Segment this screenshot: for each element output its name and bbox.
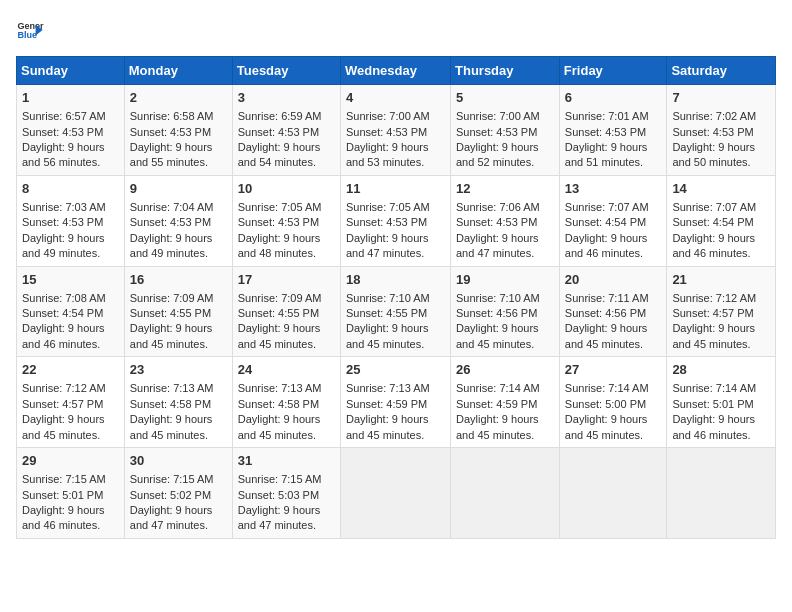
daylight-info: Daylight: 9 hours: [672, 232, 755, 244]
sunset-info: Sunset: 4:53 PM: [565, 126, 646, 138]
day-number: 30: [130, 452, 227, 470]
calendar-cell: 13Sunrise: 7:07 AMSunset: 4:54 PMDayligh…: [559, 175, 667, 266]
daylight-minutes: and 45 minutes.: [130, 338, 208, 350]
sunset-info: Sunset: 4:58 PM: [238, 398, 319, 410]
logo-icon: General Blue: [16, 16, 44, 44]
calendar-header-tuesday: Tuesday: [232, 57, 340, 85]
calendar-header-monday: Monday: [124, 57, 232, 85]
sunrise-info: Sunrise: 7:15 AM: [22, 473, 106, 485]
daylight-info: Daylight: 9 hours: [130, 504, 213, 516]
day-number: 10: [238, 180, 335, 198]
day-number: 5: [456, 89, 554, 107]
sunset-info: Sunset: 4:56 PM: [565, 307, 646, 319]
sunset-info: Sunset: 4:57 PM: [672, 307, 753, 319]
calendar-cell: 1Sunrise: 6:57 AMSunset: 4:53 PMDaylight…: [17, 85, 125, 176]
calendar-week-row: 29Sunrise: 7:15 AMSunset: 5:01 PMDayligh…: [17, 448, 776, 539]
calendar-week-row: 8Sunrise: 7:03 AMSunset: 4:53 PMDaylight…: [17, 175, 776, 266]
sunrise-info: Sunrise: 7:12 AM: [672, 292, 756, 304]
daylight-info: Daylight: 9 hours: [346, 141, 429, 153]
daylight-minutes: and 45 minutes.: [456, 429, 534, 441]
daylight-info: Daylight: 9 hours: [238, 322, 321, 334]
daylight-info: Daylight: 9 hours: [22, 141, 105, 153]
daylight-minutes: and 45 minutes.: [238, 429, 316, 441]
sunset-info: Sunset: 5:02 PM: [130, 489, 211, 501]
day-number: 21: [672, 271, 770, 289]
sunrise-info: Sunrise: 7:13 AM: [346, 382, 430, 394]
daylight-info: Daylight: 9 hours: [672, 141, 755, 153]
sunset-info: Sunset: 5:00 PM: [565, 398, 646, 410]
day-number: 14: [672, 180, 770, 198]
daylight-info: Daylight: 9 hours: [130, 232, 213, 244]
calendar-body: 1Sunrise: 6:57 AMSunset: 4:53 PMDaylight…: [17, 85, 776, 539]
calendar-cell: 20Sunrise: 7:11 AMSunset: 4:56 PMDayligh…: [559, 266, 667, 357]
calendar-cell: 29Sunrise: 7:15 AMSunset: 5:01 PMDayligh…: [17, 448, 125, 539]
daylight-info: Daylight: 9 hours: [456, 232, 539, 244]
logo: General Blue: [16, 16, 44, 44]
sunrise-info: Sunrise: 7:10 AM: [456, 292, 540, 304]
day-number: 16: [130, 271, 227, 289]
daylight-info: Daylight: 9 hours: [672, 413, 755, 425]
sunrise-info: Sunrise: 7:00 AM: [456, 110, 540, 122]
daylight-minutes: and 47 minutes.: [346, 247, 424, 259]
calendar-cell: 17Sunrise: 7:09 AMSunset: 4:55 PMDayligh…: [232, 266, 340, 357]
sunrise-info: Sunrise: 7:05 AM: [346, 201, 430, 213]
daylight-info: Daylight: 9 hours: [130, 413, 213, 425]
sunset-info: Sunset: 4:53 PM: [456, 216, 537, 228]
sunrise-info: Sunrise: 7:07 AM: [672, 201, 756, 213]
sunset-info: Sunset: 5:01 PM: [672, 398, 753, 410]
daylight-minutes: and 46 minutes.: [672, 247, 750, 259]
daylight-minutes: and 53 minutes.: [346, 156, 424, 168]
sunrise-info: Sunrise: 7:03 AM: [22, 201, 106, 213]
sunset-info: Sunset: 4:53 PM: [238, 126, 319, 138]
calendar-header-sunday: Sunday: [17, 57, 125, 85]
sunset-info: Sunset: 4:59 PM: [346, 398, 427, 410]
sunrise-info: Sunrise: 7:09 AM: [130, 292, 214, 304]
daylight-minutes: and 45 minutes.: [346, 338, 424, 350]
day-number: 27: [565, 361, 662, 379]
daylight-minutes: and 45 minutes.: [456, 338, 534, 350]
calendar-cell: 8Sunrise: 7:03 AMSunset: 4:53 PMDaylight…: [17, 175, 125, 266]
calendar-cell: 27Sunrise: 7:14 AMSunset: 5:00 PMDayligh…: [559, 357, 667, 448]
day-number: 3: [238, 89, 335, 107]
daylight-info: Daylight: 9 hours: [565, 232, 648, 244]
daylight-minutes: and 56 minutes.: [22, 156, 100, 168]
sunrise-info: Sunrise: 7:05 AM: [238, 201, 322, 213]
calendar-cell: 23Sunrise: 7:13 AMSunset: 4:58 PMDayligh…: [124, 357, 232, 448]
calendar-header-saturday: Saturday: [667, 57, 776, 85]
calendar-cell: 11Sunrise: 7:05 AMSunset: 4:53 PMDayligh…: [340, 175, 450, 266]
sunrise-info: Sunrise: 7:10 AM: [346, 292, 430, 304]
daylight-minutes: and 48 minutes.: [238, 247, 316, 259]
daylight-info: Daylight: 9 hours: [456, 413, 539, 425]
calendar-cell: 24Sunrise: 7:13 AMSunset: 4:58 PMDayligh…: [232, 357, 340, 448]
daylight-minutes: and 45 minutes.: [238, 338, 316, 350]
daylight-info: Daylight: 9 hours: [238, 413, 321, 425]
daylight-minutes: and 49 minutes.: [130, 247, 208, 259]
sunrise-info: Sunrise: 6:58 AM: [130, 110, 214, 122]
sunset-info: Sunset: 4:54 PM: [22, 307, 103, 319]
day-number: 28: [672, 361, 770, 379]
daylight-minutes: and 52 minutes.: [456, 156, 534, 168]
day-number: 20: [565, 271, 662, 289]
daylight-info: Daylight: 9 hours: [22, 322, 105, 334]
daylight-minutes: and 45 minutes.: [565, 338, 643, 350]
svg-text:Blue: Blue: [17, 30, 37, 40]
sunset-info: Sunset: 4:56 PM: [456, 307, 537, 319]
calendar-week-row: 1Sunrise: 6:57 AMSunset: 4:53 PMDaylight…: [17, 85, 776, 176]
sunset-info: Sunset: 4:53 PM: [346, 216, 427, 228]
sunrise-info: Sunrise: 7:15 AM: [130, 473, 214, 485]
daylight-minutes: and 51 minutes.: [565, 156, 643, 168]
sunset-info: Sunset: 4:54 PM: [672, 216, 753, 228]
daylight-info: Daylight: 9 hours: [130, 141, 213, 153]
daylight-info: Daylight: 9 hours: [456, 322, 539, 334]
sunset-info: Sunset: 4:53 PM: [130, 216, 211, 228]
calendar-header-wednesday: Wednesday: [340, 57, 450, 85]
daylight-minutes: and 45 minutes.: [565, 429, 643, 441]
daylight-info: Daylight: 9 hours: [238, 232, 321, 244]
calendar-cell: 26Sunrise: 7:14 AMSunset: 4:59 PMDayligh…: [451, 357, 560, 448]
sunset-info: Sunset: 4:53 PM: [130, 126, 211, 138]
day-number: 26: [456, 361, 554, 379]
daylight-minutes: and 45 minutes.: [672, 338, 750, 350]
sunrise-info: Sunrise: 7:12 AM: [22, 382, 106, 394]
daylight-info: Daylight: 9 hours: [22, 504, 105, 516]
daylight-minutes: and 47 minutes.: [238, 519, 316, 531]
